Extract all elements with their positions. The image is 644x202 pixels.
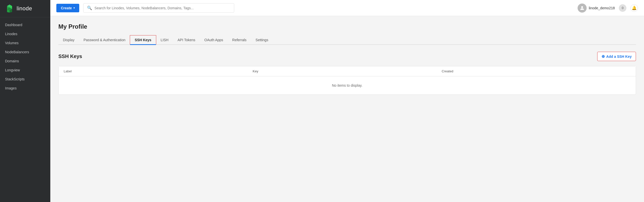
ssh-keys-table: Label Key Created No items to display.	[58, 66, 636, 95]
search-bar: 🔍	[83, 3, 234, 13]
col-key: Key	[253, 69, 441, 73]
tab-oauth-apps[interactable]: OAuth Apps	[200, 35, 228, 44]
sidebar-item-images[interactable]: Images	[0, 84, 50, 93]
sidebar-item-domains[interactable]: Domains	[0, 57, 50, 66]
chevron-down-icon: ▾	[73, 7, 75, 9]
bell-icon: 🔔	[632, 6, 637, 10]
tab-lish[interactable]: LISH	[156, 35, 173, 44]
badge-count: 0	[622, 6, 623, 10]
sidebar-logo: linode	[0, 0, 50, 17]
sidebar: linode Dashboard Linodes Volumes NodeBal…	[0, 0, 50, 202]
topbar-right: linode_demo218 0 🔔	[578, 4, 638, 13]
username-label: linode_demo218	[589, 6, 615, 10]
table-header: Label Key Created	[59, 66, 636, 76]
main-area: Create ▾ 🔍 linode_demo218 0 🔔	[50, 0, 644, 202]
add-ssh-key-button[interactable]: ⊕ Add a SSH Key	[597, 52, 636, 61]
sidebar-nav: Dashboard Linodes Volumes NodeBalancers …	[0, 17, 50, 93]
create-button[interactable]: Create ▾	[56, 4, 79, 12]
tab-ssh-keys[interactable]: SSH Keys	[130, 35, 156, 44]
notifications-bell-button[interactable]: 🔔	[630, 4, 638, 12]
profile-tabs: Display Password & Authentication SSH Ke…	[58, 35, 636, 45]
user-info[interactable]: linode_demo218	[578, 4, 615, 13]
ssh-keys-section-header: SSH Keys ⊕ Add a SSH Key	[58, 52, 636, 61]
avatar	[578, 4, 587, 13]
col-label: Label	[64, 69, 253, 73]
add-ssh-key-label: Add a SSH Key	[606, 55, 632, 59]
search-input[interactable]	[95, 6, 230, 10]
tab-settings[interactable]: Settings	[251, 35, 273, 44]
col-created: Created	[442, 69, 631, 73]
tab-password-auth[interactable]: Password & Authentication	[79, 35, 130, 44]
page-title: My Profile	[58, 23, 636, 30]
plus-icon: ⊕	[601, 54, 605, 59]
sidebar-item-volumes[interactable]: Volumes	[0, 38, 50, 47]
tab-display[interactable]: Display	[58, 35, 79, 44]
create-label: Create	[61, 6, 72, 10]
sidebar-item-stackscripts[interactable]: StackScripts	[0, 75, 50, 84]
table-empty-message: No items to display.	[59, 76, 636, 94]
ssh-keys-title: SSH Keys	[58, 54, 82, 59]
logo-text: linode	[17, 5, 32, 12]
sidebar-item-nodebalancers[interactable]: NodeBalancers	[0, 47, 50, 57]
sidebar-item-linodes[interactable]: Linodes	[0, 29, 50, 38]
tab-api-tokens[interactable]: API Tokens	[173, 35, 200, 44]
notifications-count-button[interactable]: 0	[619, 4, 626, 12]
linode-logo-icon	[5, 4, 14, 13]
sidebar-item-longview[interactable]: Longview	[0, 66, 50, 75]
tab-referrals[interactable]: Referrals	[228, 35, 251, 44]
search-icon: 🔍	[87, 6, 92, 10]
content-area: My Profile Display Password & Authentica…	[50, 16, 644, 202]
sidebar-item-dashboard[interactable]: Dashboard	[0, 20, 50, 29]
topbar: Create ▾ 🔍 linode_demo218 0 🔔	[50, 0, 644, 16]
svg-point-6	[581, 6, 583, 8]
